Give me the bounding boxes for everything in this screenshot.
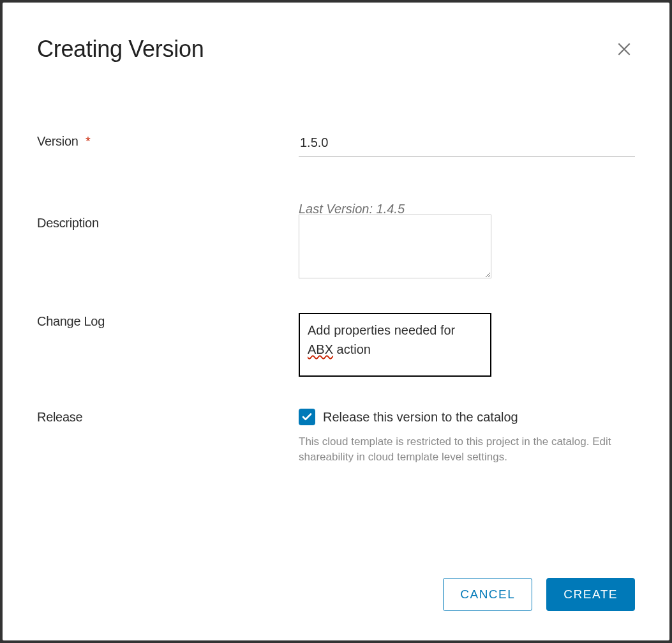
- modal-footer: CANCEL CREATE: [37, 578, 635, 611]
- changelog-field-wrapper: Add properties needed for ABX action: [299, 313, 635, 377]
- release-label: Release: [37, 409, 299, 425]
- create-button[interactable]: CREATE: [546, 578, 635, 611]
- version-field-wrapper: [299, 133, 635, 157]
- close-icon: [616, 41, 632, 57]
- modal-header: Creating Version: [37, 36, 635, 63]
- modal-title: Creating Version: [37, 36, 204, 63]
- description-row: Description: [37, 215, 635, 281]
- release-checkbox[interactable]: [299, 409, 315, 425]
- create-version-modal: Creating Version Version * Last Version:…: [3, 3, 669, 640]
- release-checkbox-label: Release this version to the catalog: [323, 410, 518, 425]
- form-content: Version * Last Version: 1.4.5 Descriptio…: [37, 133, 635, 578]
- last-version-label: Last Version: 1.4.5: [299, 202, 405, 216]
- changelog-label: Change Log: [37, 313, 299, 329]
- version-input[interactable]: [299, 133, 635, 157]
- release-field-wrapper: Release this version to the catalog This…: [299, 409, 635, 465]
- version-row: Version * Last Version: 1.4.5: [37, 133, 635, 157]
- release-row: Release Release this version to the cata…: [37, 409, 635, 465]
- changelog-textarea[interactable]: Add properties needed for ABX action: [299, 313, 491, 377]
- checkmark-icon: [301, 411, 313, 423]
- changelog-row: Change Log Add properties needed for ABX…: [37, 313, 635, 377]
- cancel-button[interactable]: CANCEL: [443, 578, 532, 611]
- description-textarea[interactable]: [299, 215, 491, 278]
- release-helper-text: This cloud template is restricted to thi…: [299, 434, 624, 465]
- spellcheck-word: ABX: [308, 342, 333, 356]
- description-field-wrapper: [299, 215, 635, 281]
- required-marker: *: [86, 134, 90, 148]
- description-label: Description: [37, 215, 299, 231]
- close-button[interactable]: [613, 38, 635, 60]
- checkbox-wrapper: Release this version to the catalog: [299, 409, 635, 425]
- version-label: Version *: [37, 133, 299, 149]
